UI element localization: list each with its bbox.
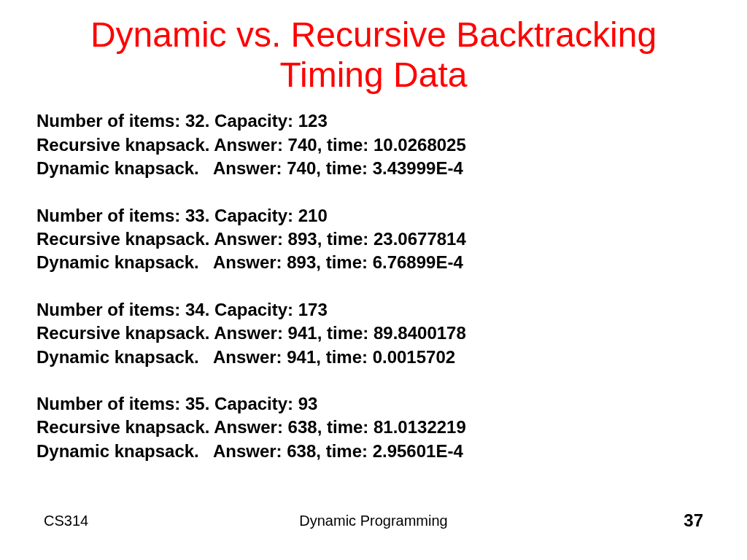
dynamic-line: Dynamic knapsack. Answer: 740, time: 3.4…	[36, 157, 711, 180]
recursive-line: Recursive knapsack. Answer: 740, time: 1…	[36, 133, 711, 157]
slide: Dynamic vs. Recursive Backtracking Timin…	[0, 0, 747, 560]
timing-block: Number of items: 34. Capacity: 173 Recur…	[36, 298, 711, 369]
footer-topic: Dynamic Programming	[299, 513, 447, 529]
timing-block: Number of items: 32. Capacity: 123 Recur…	[36, 109, 711, 180]
slide-footer: CS314 Dynamic Programming 37	[36, 510, 711, 538]
block-header: Number of items: 35. Capacity: 93	[36, 392, 711, 416]
timing-block: Number of items: 33. Capacity: 210 Recur…	[36, 204, 711, 275]
block-header: Number of items: 33. Capacity: 210	[36, 204, 711, 228]
recursive-line: Recursive knapsack. Answer: 941, time: 8…	[36, 322, 711, 345]
block-header: Number of items: 32. Capacity: 123	[36, 109, 711, 133]
recursive-line: Recursive knapsack. Answer: 893, time: 2…	[36, 228, 711, 251]
dynamic-line: Dynamic knapsack. Answer: 941, time: 0.0…	[36, 346, 711, 369]
slide-title: Dynamic vs. Recursive Backtracking Timin…	[36, 15, 711, 95]
block-header: Number of items: 34. Capacity: 173	[36, 298, 711, 322]
footer-course: CS314	[44, 513, 88, 529]
slide-content: Number of items: 32. Capacity: 123 Recur…	[36, 109, 711, 510]
footer-page-number: 37	[684, 510, 703, 531]
dynamic-line: Dynamic knapsack. Answer: 638, time: 2.9…	[36, 440, 711, 463]
timing-block: Number of items: 35. Capacity: 93 Recurs…	[36, 392, 711, 463]
recursive-line: Recursive knapsack. Answer: 638, time: 8…	[36, 416, 711, 439]
dynamic-line: Dynamic knapsack. Answer: 893, time: 6.7…	[36, 251, 711, 274]
